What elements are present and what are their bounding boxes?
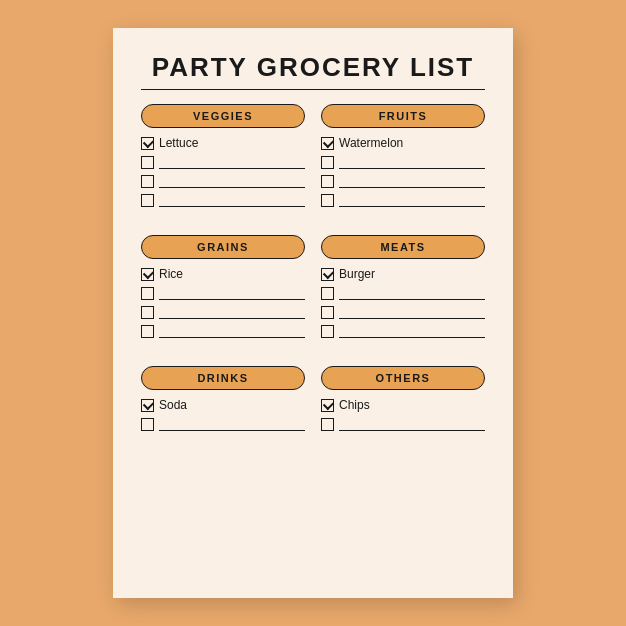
checkbox[interactable] bbox=[141, 287, 154, 300]
checklist-drinks: Soda bbox=[141, 398, 305, 431]
list-item bbox=[321, 156, 485, 169]
list-item: Watermelon bbox=[321, 136, 485, 150]
checkbox[interactable] bbox=[141, 156, 154, 169]
paper-card: PARTY GROCERY LIST VEGGIES Lettuce bbox=[113, 28, 513, 598]
checkbox[interactable] bbox=[321, 325, 334, 338]
checkbox[interactable] bbox=[321, 194, 334, 207]
section-pair-2: GRAINS Rice bbox=[141, 235, 485, 362]
list-item: Chips bbox=[321, 398, 485, 412]
list-item bbox=[141, 418, 305, 431]
section-pair-3: DRINKS Soda OTHERS Chips bbox=[141, 366, 485, 455]
section-fruits: FRUITS Watermelon bbox=[321, 104, 485, 213]
checklist-others: Chips bbox=[321, 398, 485, 431]
checklist-fruits: Watermelon bbox=[321, 136, 485, 207]
item-line bbox=[159, 194, 305, 207]
page-title: PARTY GROCERY LIST bbox=[141, 52, 485, 83]
checkbox[interactable] bbox=[321, 306, 334, 319]
checkbox[interactable] bbox=[321, 137, 334, 150]
item-line bbox=[339, 287, 485, 300]
list-item bbox=[141, 325, 305, 338]
item-line bbox=[159, 287, 305, 300]
item-line bbox=[159, 156, 305, 169]
list-item bbox=[321, 325, 485, 338]
item-line bbox=[339, 175, 485, 188]
section-header-meats: MEATS bbox=[321, 235, 485, 259]
section-others: OTHERS Chips bbox=[321, 366, 485, 437]
list-item bbox=[321, 306, 485, 319]
item-label: Burger bbox=[339, 267, 485, 281]
section-header-grains: GRAINS bbox=[141, 235, 305, 259]
item-label: Lettuce bbox=[159, 136, 305, 150]
list-item: Soda bbox=[141, 398, 305, 412]
checkbox[interactable] bbox=[321, 156, 334, 169]
checklist-veggies: Lettuce bbox=[141, 136, 305, 207]
checkbox[interactable] bbox=[321, 175, 334, 188]
checkbox[interactable] bbox=[321, 399, 334, 412]
checkbox[interactable] bbox=[141, 268, 154, 281]
checkbox[interactable] bbox=[141, 306, 154, 319]
list-item bbox=[141, 287, 305, 300]
checkbox[interactable] bbox=[141, 399, 154, 412]
checkbox[interactable] bbox=[141, 175, 154, 188]
checkbox[interactable] bbox=[141, 325, 154, 338]
item-line bbox=[159, 175, 305, 188]
checklist-grains: Rice bbox=[141, 267, 305, 338]
section-header-veggies: VEGGIES bbox=[141, 104, 305, 128]
list-item bbox=[141, 175, 305, 188]
item-line bbox=[339, 156, 485, 169]
section-veggies: VEGGIES Lettuce bbox=[141, 104, 305, 213]
list-item bbox=[321, 418, 485, 431]
item-line bbox=[159, 418, 305, 431]
checkbox[interactable] bbox=[321, 268, 334, 281]
section-header-others: OTHERS bbox=[321, 366, 485, 390]
item-label: Watermelon bbox=[339, 136, 485, 150]
section-grains: GRAINS Rice bbox=[141, 235, 305, 344]
list-item bbox=[141, 156, 305, 169]
item-line bbox=[339, 306, 485, 319]
checkbox[interactable] bbox=[321, 287, 334, 300]
checkbox[interactable] bbox=[141, 194, 154, 207]
list-item bbox=[141, 194, 305, 207]
section-header-fruits: FRUITS bbox=[321, 104, 485, 128]
section-pair-1: VEGGIES Lettuce bbox=[141, 104, 485, 231]
list-item: Rice bbox=[141, 267, 305, 281]
item-line bbox=[159, 306, 305, 319]
item-line bbox=[339, 418, 485, 431]
checklist-meats: Burger bbox=[321, 267, 485, 338]
list-item bbox=[321, 194, 485, 207]
list-item bbox=[321, 175, 485, 188]
list-item: Burger bbox=[321, 267, 485, 281]
list-item: Lettuce bbox=[141, 136, 305, 150]
section-meats: MEATS Burger bbox=[321, 235, 485, 344]
checkbox[interactable] bbox=[141, 418, 154, 431]
item-label: Soda bbox=[159, 398, 305, 412]
item-line bbox=[159, 325, 305, 338]
item-label: Rice bbox=[159, 267, 305, 281]
list-item bbox=[321, 287, 485, 300]
section-drinks: DRINKS Soda bbox=[141, 366, 305, 437]
list-item bbox=[141, 306, 305, 319]
item-label: Chips bbox=[339, 398, 485, 412]
section-header-drinks: DRINKS bbox=[141, 366, 305, 390]
item-line bbox=[339, 194, 485, 207]
checkbox[interactable] bbox=[321, 418, 334, 431]
title-divider bbox=[141, 89, 485, 90]
item-line bbox=[339, 325, 485, 338]
checkbox[interactable] bbox=[141, 137, 154, 150]
